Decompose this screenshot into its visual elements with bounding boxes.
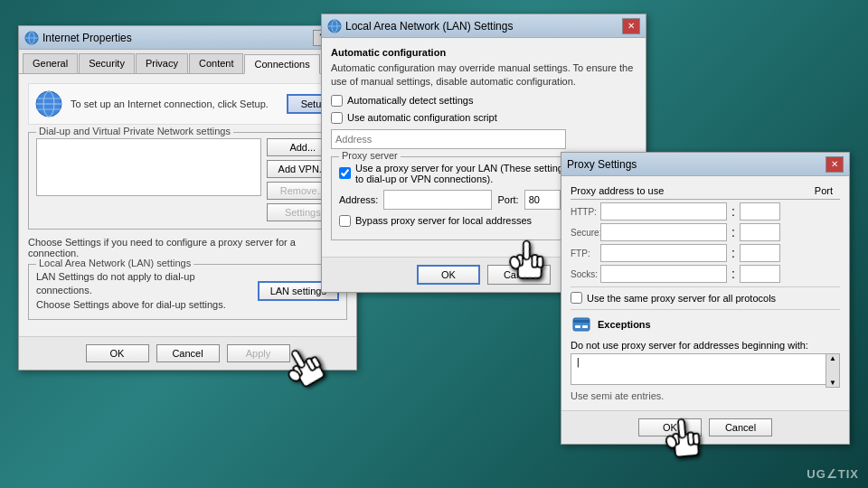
secure-addr-input[interactable] [600, 223, 727, 241]
lan-titlebar-buttons: ✕ [622, 18, 640, 34]
auto-config-heading: Automatic configuration [331, 47, 637, 58]
auto-config-desc: Automatic configuration may override man… [331, 61, 637, 89]
proxy-cancel-button[interactable]: Cancel [709, 418, 772, 436]
http-proxy-row: HTTP: : [571, 202, 840, 221]
proxy-ok-button[interactable]: OK [638, 418, 702, 436]
exceptions-input-container: | ▲ ▼ [571, 353, 840, 388]
proxy-settings-title: Proxy Settings [567, 158, 826, 171]
tab-security[interactable]: Security [79, 53, 135, 73]
proxy-col-headers: Proxy address to use Port [571, 185, 840, 200]
lan-row: LAN Settings do not apply to dial-up con… [36, 270, 339, 312]
apply-button[interactable]: Apply [227, 344, 290, 362]
vpn-label: Dial-up and Virtual Private Network sett… [36, 126, 233, 136]
lan-label: Local Area Network (LAN) settings [36, 258, 193, 268]
vpn-group: Dial-up and Virtual Private Network sett… [28, 132, 347, 230]
exceptions-section: Exceptions Do not use proxy server for a… [571, 309, 840, 401]
proxy-port-input[interactable] [524, 190, 561, 210]
same-proxy-checkbox[interactable] [571, 292, 582, 304]
lan-group: Local Area Network (LAN) settings LAN Se… [28, 264, 347, 320]
svg-rect-13 [575, 325, 580, 328]
auto-detect-checkbox[interactable] [331, 95, 343, 107]
colon2: : [730, 225, 737, 239]
scroll-down[interactable]: ▼ [826, 379, 839, 387]
scroll-up[interactable]: ▲ [826, 354, 839, 362]
dialog-body: To set up an Internet connection, click … [19, 74, 356, 336]
ok-button[interactable]: OK [86, 344, 149, 362]
internet-props-titlebar: Internet Properties ? ✕ [19, 26, 356, 50]
ftp-port-input[interactable] [740, 244, 780, 262]
tab-connections[interactable]: Connections [244, 54, 319, 74]
internet-props-title: Internet Properties [42, 32, 313, 44]
bypass-label: Bypass proxy server for local addresses [355, 215, 532, 226]
proxy-enable-checkbox[interactable] [339, 167, 351, 179]
http-addr-input[interactable] [600, 202, 727, 221]
secure-label: Secure: [571, 228, 598, 238]
svg-rect-12 [573, 320, 590, 323]
exceptions-textarea[interactable]: | [571, 353, 840, 385]
auto-detect-row: Automatically detect settings [331, 95, 637, 107]
socks-addr-input[interactable] [600, 265, 727, 283]
http-label: HTTP: [571, 207, 598, 217]
tab-content[interactable]: Content [189, 53, 244, 73]
same-proxy-label: Use the same proxy server for all protoc… [587, 293, 776, 304]
svg-rect-14 [582, 325, 588, 328]
lan-cancel-button[interactable]: Cancel [487, 265, 551, 285]
lan-close-button[interactable]: ✕ [622, 18, 640, 34]
colon1: : [730, 204, 737, 219]
exceptions-header: Exceptions [571, 315, 840, 337]
proxy-close-button[interactable]: ✕ [826, 156, 844, 173]
exceptions-desc: Do not use proxy server for addresses be… [571, 340, 840, 351]
cancel-button[interactable]: Cancel [156, 344, 220, 362]
proxy-port-col-header: Port [769, 185, 834, 196]
exceptions-hint: Use semi ate entries. [571, 390, 840, 401]
proxy-settings-dialog: Proxy Settings ✕ Proxy address to use Po… [561, 152, 850, 445]
tab-general[interactable]: General [23, 53, 78, 73]
ftp-addr-input[interactable] [600, 244, 727, 262]
internet-props-footer: OK Cancel Apply [19, 336, 356, 370]
bypass-checkbox[interactable] [339, 215, 351, 227]
proxy-text: Choose Settings if you need to configure… [28, 237, 347, 258]
lan-settings-title: Local Area Network (LAN) Settings [345, 20, 622, 33]
auto-detect-label: Automatically detect settings [347, 95, 473, 106]
vpn-row: Add... Add VPN... Remove... Settings [36, 138, 339, 221]
tabs-bar: General Security Privacy Content Connect… [19, 50, 356, 74]
proxy-titlebar-buttons: ✕ [826, 156, 844, 173]
auto-script-checkbox[interactable] [331, 112, 343, 124]
exceptions-icon [571, 315, 592, 337]
scrollbar[interactable]: ▲ ▼ [826, 353, 840, 388]
proxy-dialog-body: Proxy address to use Port HTTP: : Secure… [561, 176, 849, 410]
proxy-addr-col-header: Proxy address to use [571, 185, 765, 196]
vpn-list [36, 138, 261, 196]
colon3: : [730, 246, 737, 260]
colon4: : [730, 267, 737, 281]
proxy-settings-titlebar: Proxy Settings ✕ [561, 153, 849, 176]
exceptions-title: Exceptions [598, 319, 651, 330]
lan-ok-button[interactable]: OK [417, 265, 480, 285]
lan-text: LAN Settings do not apply to dial-up con… [36, 270, 252, 312]
port-label: Port: [497, 194, 518, 205]
http-port-input[interactable] [740, 202, 780, 221]
script-address-row [331, 129, 637, 149]
socks-port-input[interactable] [740, 265, 780, 283]
proxy-server-label: Proxy server [339, 150, 401, 161]
setup-text: To set up an Internet connection, click … [71, 99, 279, 109]
setup-section: To set up an Internet connection, click … [28, 83, 347, 125]
internet-props-icon [24, 31, 39, 45]
script-address-input[interactable] [331, 129, 566, 149]
lan-settings-titlebar: Local Area Network (LAN) Settings ✕ [322, 14, 646, 38]
watermark: UG∠TIX [807, 467, 859, 481]
proxy-footer: OK Cancel [561, 410, 849, 444]
globe-icon [34, 89, 63, 118]
auto-script-label: Use automatic configuration script [347, 112, 497, 123]
socks-label: Socks: [571, 269, 598, 279]
address-label: Address: [339, 194, 378, 205]
ftp-label: FTP: [571, 249, 598, 258]
secure-port-input[interactable] [740, 223, 780, 241]
tab-privacy[interactable]: Privacy [136, 53, 188, 73]
same-proxy-row: Use the same proxy server for all protoc… [571, 286, 840, 304]
auto-script-row: Use automatic configuration script [331, 112, 637, 124]
ftp-proxy-row: FTP: : [571, 244, 840, 262]
proxy-address-input[interactable] [383, 190, 492, 210]
secure-proxy-row: Secure: : [571, 223, 840, 241]
lan-icon [327, 19, 342, 33]
